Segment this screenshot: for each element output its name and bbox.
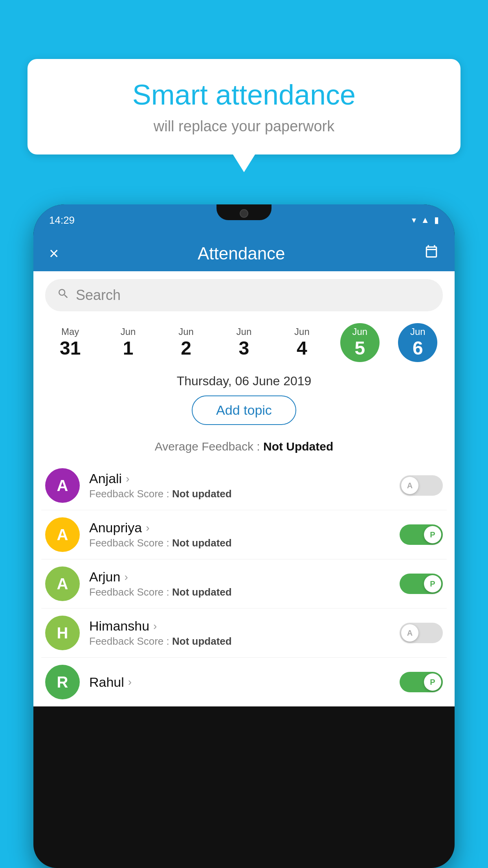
- avatar: A: [45, 566, 80, 601]
- date-item-jun4[interactable]: Jun 4: [282, 323, 321, 362]
- avatar: A: [45, 468, 80, 503]
- avg-feedback-value: Not Updated: [263, 440, 333, 453]
- date-picker: May 31 Jun 1 Jun 2 Jun 3 Jun 4 Jun 5: [33, 319, 455, 370]
- selected-date-label: Thursday, 06 June 2019: [33, 370, 455, 395]
- student-name: Arjun ›: [89, 569, 400, 585]
- app-bar: × Attendance: [33, 236, 455, 271]
- month-label: Jun: [288, 326, 316, 337]
- speech-bubble-container: Smart attendance will replace your paper…: [28, 59, 460, 154]
- student-name: Rahul ›: [89, 675, 400, 690]
- toggle-knob: A: [401, 477, 418, 494]
- bubble-title: Smart attendance: [51, 79, 437, 111]
- month-label: Jun: [230, 326, 258, 337]
- chevron-right-icon: ›: [128, 676, 132, 688]
- avg-feedback-label: Average Feedback :: [155, 440, 263, 453]
- student-name: Anjali ›: [89, 471, 400, 486]
- date-item-jun5-selected[interactable]: Jun 5: [340, 323, 380, 362]
- attendance-toggle[interactable]: A: [400, 623, 443, 643]
- date-item-may31[interactable]: May 31: [51, 323, 90, 362]
- student-info: Rahul ›: [89, 675, 400, 690]
- chevron-right-icon: ›: [153, 620, 157, 633]
- phone-notch: [216, 204, 272, 220]
- signal-icon: ▲: [421, 215, 429, 225]
- month-label: Jun: [114, 326, 142, 337]
- day-number: 2: [172, 337, 200, 359]
- month-label: Jun: [172, 326, 200, 337]
- student-feedback: Feedback Score : Not updated: [89, 635, 400, 647]
- average-feedback: Average Feedback : Not Updated: [33, 440, 455, 461]
- avatar: A: [45, 517, 80, 552]
- date-item-jun3[interactable]: Jun 3: [224, 323, 264, 362]
- attendance-toggle[interactable]: A: [400, 475, 443, 496]
- date-item-jun2[interactable]: Jun 2: [167, 323, 206, 362]
- chevron-right-icon: ›: [126, 473, 129, 485]
- app-bar-title: Attendance: [198, 244, 285, 263]
- attendance-toggle[interactable]: P: [400, 574, 443, 594]
- add-topic-button[interactable]: Add topic: [192, 395, 296, 425]
- close-button[interactable]: ×: [49, 244, 59, 263]
- toggle-knob: P: [424, 673, 441, 691]
- date-item-jun1[interactable]: Jun 1: [108, 323, 148, 362]
- student-name: Anupriya ›: [89, 520, 400, 535]
- day-number: 31: [56, 337, 84, 359]
- day-number: 4: [288, 337, 316, 359]
- search-bar[interactable]: Search: [45, 279, 443, 311]
- table-row[interactable]: A Arjun › Feedback Score : Not updated P: [41, 559, 447, 609]
- attendance-toggle[interactable]: P: [400, 524, 443, 545]
- speech-bubble: Smart attendance will replace your paper…: [28, 59, 460, 154]
- month-label: Jun: [346, 326, 374, 337]
- avatar: R: [45, 665, 80, 699]
- toggle-knob: P: [424, 526, 441, 543]
- toggle-knob: P: [424, 575, 441, 592]
- status-bar: 14:29 ▾ ▲ ▮: [33, 204, 455, 236]
- day-number: 5: [346, 337, 374, 359]
- student-info: Anupriya › Feedback Score : Not updated: [89, 520, 400, 549]
- student-name: Himanshu ›: [89, 618, 400, 634]
- student-list: A Anjali › Feedback Score : Not updated …: [33, 461, 455, 706]
- table-row[interactable]: R Rahul › P: [41, 658, 447, 706]
- month-label: May: [56, 326, 84, 337]
- student-feedback: Feedback Score : Not updated: [89, 488, 400, 500]
- month-label: Jun: [404, 326, 432, 337]
- student-info: Anjali › Feedback Score : Not updated: [89, 471, 400, 500]
- day-number: 3: [230, 337, 258, 359]
- day-number: 6: [404, 337, 432, 359]
- phone-screen: Search May 31 Jun 1 Jun 2 Jun 3 Jun 4: [33, 271, 455, 706]
- attendance-toggle[interactable]: P: [400, 672, 443, 692]
- day-number: 1: [114, 337, 142, 359]
- status-time: 14:29: [49, 214, 75, 226]
- table-row[interactable]: A Anjali › Feedback Score : Not updated …: [41, 461, 447, 510]
- student-feedback: Feedback Score : Not updated: [89, 537, 400, 549]
- student-feedback: Feedback Score : Not updated: [89, 586, 400, 598]
- bubble-subtitle: will replace your paperwork: [51, 118, 437, 135]
- date-item-jun6-selected[interactable]: Jun 6: [398, 323, 437, 362]
- search-placeholder: Search: [76, 287, 121, 303]
- table-row[interactable]: H Himanshu › Feedback Score : Not update…: [41, 609, 447, 658]
- wifi-icon: ▾: [412, 215, 416, 225]
- phone-frame: 14:29 ▾ ▲ ▮ × Attendance Search: [33, 204, 455, 868]
- avatar: H: [45, 616, 80, 650]
- status-icons: ▾ ▲ ▮: [412, 215, 439, 225]
- student-info: Himanshu › Feedback Score : Not updated: [89, 618, 400, 647]
- search-icon: [57, 287, 70, 303]
- battery-icon: ▮: [434, 215, 439, 225]
- calendar-icon[interactable]: [424, 245, 439, 263]
- table-row[interactable]: A Anupriya › Feedback Score : Not update…: [41, 510, 447, 559]
- toggle-knob: A: [401, 624, 418, 642]
- phone-camera: [240, 209, 248, 218]
- chevron-right-icon: ›: [124, 571, 128, 583]
- chevron-right-icon: ›: [146, 522, 149, 534]
- student-info: Arjun › Feedback Score : Not updated: [89, 569, 400, 598]
